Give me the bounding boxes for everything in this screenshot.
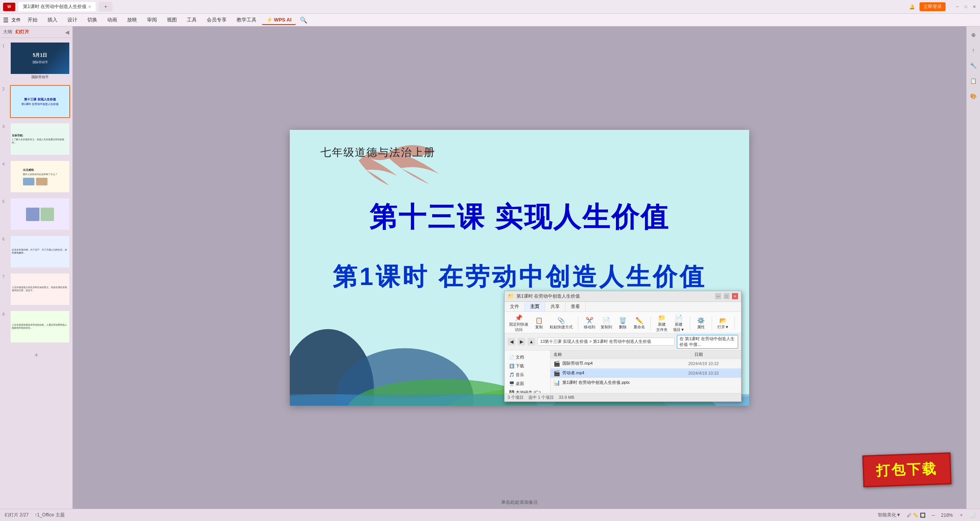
zoom-out-btn[interactable]: ─ [932, 513, 935, 518]
download-banner[interactable]: 打包下载 [862, 452, 952, 487]
title-bar-left: W 第1课时 在劳动中创造人生价值 ✕ ＋ [3, 2, 113, 11]
fe-btn-copy[interactable]: 📋复制 [532, 316, 546, 331]
tab-view[interactable]: 视图 [162, 15, 181, 25]
fe-btn-open[interactable]: 📂打开▼ [716, 316, 730, 331]
fe-btn-delete[interactable]: 🗑️删除 [616, 316, 630, 331]
slide-preview-5[interactable] [10, 198, 70, 231]
fe-selected-count: 选中 1 个项目 [528, 395, 554, 400]
tab-animate[interactable]: 动画 [103, 15, 122, 25]
slide-num-2: 2 [2, 85, 8, 91]
fe-btn-move[interactable]: ✂️移动到 [582, 316, 597, 331]
document-tab[interactable]: 第1课时 在劳动中创造人生价值 ✕ [18, 2, 96, 11]
slide-preview-3[interactable]: 目标导航: 1.了解人生价值的含义、知道人生价值通过劳动创造的... [10, 123, 70, 156]
fe-btn-newfolder[interactable]: 📁新建文件夹 [655, 313, 669, 333]
fe-nav-documents[interactable]: 📄 文档 [505, 353, 550, 362]
fe-btn-paste-shortcut[interactable]: 📎粘贴快捷方式 [548, 316, 574, 331]
slide-thumb-7[interactable]: 7 人生价值是指人的生活和生命的意义、包括在满足自我需求的方面，也在于... [2, 272, 71, 306]
ribbon: ☰ 文件 开始 插入 设计 切换 动画 放映 审阅 视图 工具 会员专享 教学工… [0, 14, 980, 26]
tab-tools[interactable]: 工具 [182, 15, 201, 25]
tab-design[interactable]: 设计 [63, 15, 82, 25]
fe-restore-btn[interactable]: □ [724, 293, 730, 299]
fe-back-btn[interactable]: ◀ [508, 338, 515, 346]
fe-search-input[interactable]: 在 第1课时 在劳动中创造人生价值 中搜... [677, 335, 738, 349]
tab-close-icon[interactable]: ✕ [88, 5, 91, 9]
fe-minimize-btn[interactable]: ─ [715, 293, 721, 299]
window-restore-btn[interactable]: □ [963, 4, 969, 10]
fe-close-btn[interactable]: ✕ [732, 293, 738, 299]
sidebar-collapse-btn[interactable]: ◀ [65, 29, 69, 35]
right-panel-btn-3[interactable]: 🔧 [968, 60, 979, 71]
tab-member[interactable]: 会员专享 [202, 15, 231, 25]
slide-thumb-5[interactable]: 5 [2, 197, 71, 231]
fe-forward-btn[interactable]: ▶ [518, 338, 525, 346]
slide-preview-1[interactable]: 5月1日 国际劳动节 国际劳动节 [10, 42, 70, 80]
right-panel-btn-2[interactable]: ↑ [968, 45, 979, 56]
fe-file-row-2[interactable]: 🎬 劳动者.mp4 2024/4/19 10:32 [550, 369, 741, 378]
slides-tab[interactable]: 幻灯片 [15, 29, 29, 35]
slide-preview-6[interactable]: 以北京市场为例，为了生产、为了方便人们的生活，农民耕地播种... [10, 235, 70, 268]
fe-toolbar: 📌固定到快速访问 📋复制 📎粘贴快捷方式 ✂️移动到 📄复制到 [505, 312, 741, 333]
fe-tab-file[interactable]: 文件 [505, 302, 525, 311]
slide-thumb-1[interactable]: 1 5月1日 国际劳动节 国际劳动节 [2, 41, 71, 81]
fe-path-input[interactable]: 13第十三课 实现人生价值 > 第1课时 在劳动中创造人生价值 [537, 338, 675, 346]
slide-preview-7[interactable]: 人生价值是指人的生活和生命的意义、包括在满足自我需求的方面，也在于... [10, 273, 70, 306]
tab-home[interactable]: 开始 [23, 15, 42, 25]
slide-thumb-2[interactable]: 2 第十三课 实现人生价值 第1课时 在劳动中创造人生价值 [2, 84, 71, 119]
slide-preview-8[interactable]: 人生价值意味着追求劳动的创造，人通过劳动帮助他人能获得外部的评价... [10, 310, 70, 343]
fe-btn-copyto[interactable]: 📄复制到 [599, 316, 614, 331]
slide-thumb-4[interactable]: 4 生活感悟: 图中人的劳动为社会带来了什么？ [2, 159, 71, 194]
new-tab-btn[interactable]: ＋ [99, 2, 113, 11]
zoom-in-btn[interactable]: ＋ [959, 512, 964, 518]
slide-num-7: 7 [2, 273, 8, 279]
fe-btn-pin[interactable]: 📌固定到快速访问 [508, 313, 530, 333]
slide-preview-4[interactable]: 生活感悟: 图中人的劳动为社会带来了什么？ [10, 160, 70, 193]
slide-preview-2[interactable]: 第十三课 实现人生价值 第1课时 在劳动中创造人生价值 [10, 85, 70, 118]
slide-num-1: 1 [2, 42, 8, 48]
ai-btn[interactable]: 智能美化▼ [878, 512, 901, 518]
fe-nav-desktop[interactable]: 🖥️ 桌面 [505, 379, 550, 388]
fit-btn[interactable]: ⬜ [970, 513, 975, 518]
outline-tab[interactable]: 大纲 [3, 29, 12, 35]
tab-insert[interactable]: 插入 [43, 15, 62, 25]
fe-up-btn[interactable]: ▲ [528, 338, 535, 346]
right-panel-btn-4[interactable]: 📋 [968, 75, 979, 86]
fe-tab-view[interactable]: 查看 [565, 302, 586, 311]
fe-file-row-3[interactable]: 📊 第1课时 在劳动中创造人生价值.pptx [550, 378, 741, 388]
menu-icon[interactable]: ☰ [3, 16, 8, 24]
slide-thumb-8[interactable]: 8 人生价值意味着追求劳动的创造，人通过劳动帮助他人能获得外部的评价... [2, 310, 71, 344]
fe-tab-share[interactable]: 共享 [545, 302, 565, 311]
tab-teach[interactable]: 教学工具 [232, 15, 261, 25]
slide-thumb-3[interactable]: 3 目标导航: 1.了解人生价值的含义、知道人生价值通过劳动创造的... [2, 122, 71, 156]
right-panel-btn-5[interactable]: 🎨 [968, 91, 979, 102]
fe-btn-newitem[interactable]: 📄新建项目▼ [671, 313, 686, 333]
tab-review[interactable]: 审阅 [142, 15, 162, 25]
fe-btn-rename[interactable]: ✏️重命名 [632, 316, 647, 331]
fe-left-panel: 📄 文档 ⬇️ 下载 🎵 音乐 🖥️ 桌面 💾 本地磁盘 (C:) 💽 工作室 … [505, 351, 550, 393]
fe-sep-3 [690, 316, 690, 330]
fe-file-row-1[interactable]: 🎬 国际劳动节.mp4 2024/4/19 10:32 [550, 359, 741, 369]
fe-address-bar: ◀ ▶ ▲ 13第十三课 实现人生价值 > 第1课时 在劳动中创造人生价值 在 … [505, 333, 741, 351]
minimize-icon[interactable]: 🔔 [909, 4, 915, 10]
window-close-btn[interactable]: ✕ [972, 4, 977, 10]
slide-thumb-6[interactable]: 6 以北京市场为例，为了生产、为了方便人们的生活，农民耕地播种... [2, 234, 71, 269]
fe-nav-downloads[interactable]: ⬇️ 下载 [505, 362, 550, 370]
search-icon[interactable]: 🔍 [300, 16, 307, 24]
file-menu[interactable]: 文件 [11, 17, 21, 23]
fe-btn-props[interactable]: ⚙️属性 [694, 316, 708, 331]
window-minimize-btn[interactable]: ─ [955, 4, 960, 10]
tab-slideshow[interactable]: 放映 [122, 15, 142, 25]
right-panel-btn-1[interactable]: ⊕ [968, 29, 979, 40]
fe-file-date-1: 2024/4/19 10:32 [688, 361, 738, 366]
add-slide-btn[interactable]: ＋ [2, 347, 71, 362]
fe-nav-c[interactable]: 💾 本地磁盘 (C:) [505, 388, 550, 393]
register-button[interactable]: 立即登录 [920, 2, 946, 11]
tab-transition[interactable]: 切换 [83, 15, 102, 25]
fe-tab-home[interactable]: 主页 [525, 302, 545, 311]
fe-nav-music[interactable]: 🎵 音乐 [505, 370, 550, 379]
fe-item-count: 3 个项目 [508, 395, 524, 400]
canvas-area: 七年级道德与法治上册 第十三课 实现人生价值 第1课时 在劳动中创造人生价值 📁… [73, 26, 966, 509]
fe-col-name-header: 名称 [550, 351, 691, 359]
slide-canvas: 七年级道德与法治上册 第十三课 实现人生价值 第1课时 在劳动中创造人生价值 📁… [290, 130, 749, 406]
fe-ribbon: 文件 主页 共享 查看 [505, 302, 741, 312]
tab-wpsai[interactable]: ⚡ WPS AI [262, 15, 296, 25]
